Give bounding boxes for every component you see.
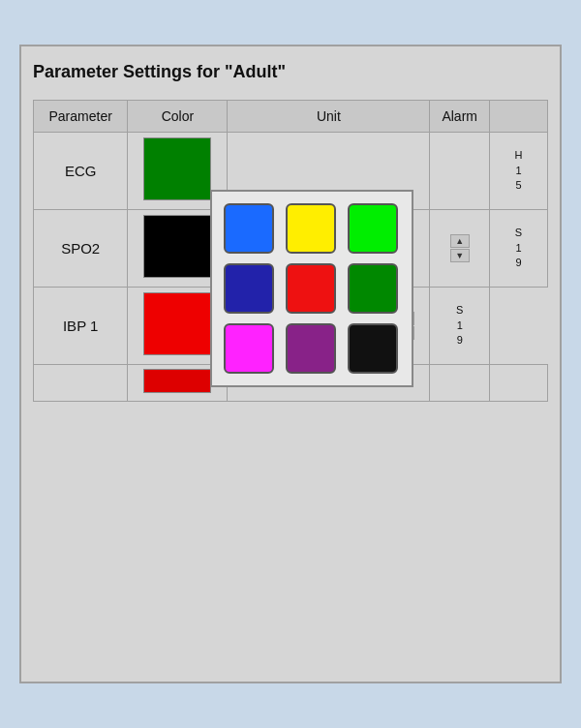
panel-title: Parameter Settings for "Adult" [33, 62, 548, 82]
param-name-spo2: SPO2 [34, 210, 128, 288]
color-picker-popup [210, 190, 413, 387]
stepper-up-spo2[interactable]: ▲ [450, 234, 470, 248]
alarm-details-partial [490, 365, 548, 402]
color-swatch-ecg [143, 137, 211, 200]
color-option-purple[interactable] [286, 323, 336, 374]
color-option-dark-blue[interactable] [224, 263, 274, 314]
param-name-ibp1: IBP 1 [34, 288, 128, 365]
color-option-bright-green[interactable] [348, 203, 398, 254]
alarm-details-spo2: S19 [490, 210, 548, 288]
alarm-details-ecg: H15 [490, 133, 548, 210]
color-option-magenta[interactable] [224, 323, 274, 374]
main-panel: Parameter Settings for "Adult" Parameter… [19, 45, 562, 683]
alarm-cell-ecg [430, 133, 490, 210]
col-header-parameter: Parameter [34, 101, 128, 133]
color-option-dark-green[interactable] [348, 263, 398, 314]
color-option-red[interactable] [286, 263, 336, 314]
alarm-details-ibp1: S19 [430, 288, 490, 365]
col-header-extra [490, 101, 548, 133]
color-option-black[interactable] [348, 323, 398, 374]
col-header-alarm: Alarm [430, 101, 490, 133]
color-swatch-ibp1 [143, 292, 211, 355]
color-swatch-spo2 [143, 215, 211, 278]
alarm-stepper-spo2[interactable]: ▲ ▼ [450, 234, 470, 262]
param-name-ecg: ECG [34, 133, 128, 210]
param-name-partial [34, 365, 128, 402]
alarm-cell-partial [430, 365, 490, 402]
alarm-cell-spo2: ▲ ▼ [430, 210, 490, 288]
stepper-down-spo2[interactable]: ▼ [450, 249, 470, 262]
color-swatch-partial [143, 369, 211, 393]
col-header-unit: Unit [228, 101, 430, 133]
color-option-yellow[interactable] [286, 203, 336, 254]
col-header-color: Color [128, 101, 228, 133]
color-option-blue[interactable] [224, 203, 274, 254]
